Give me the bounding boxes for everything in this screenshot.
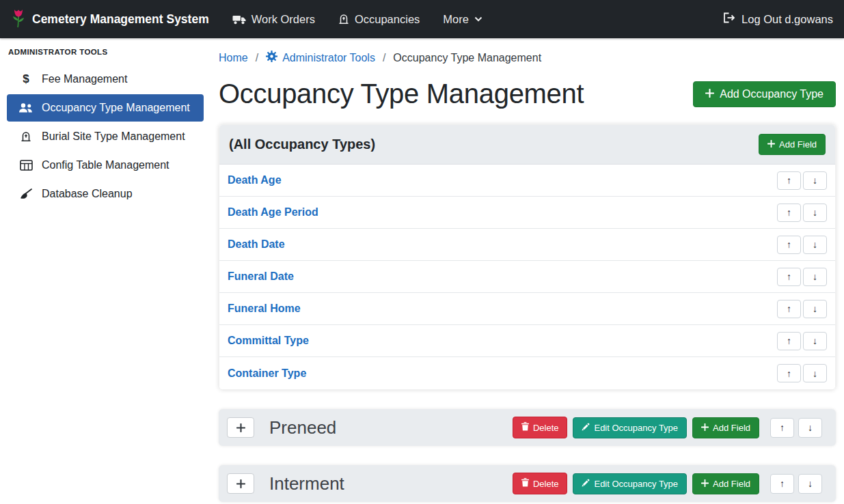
sidebar-item-label: Burial Site Type Management xyxy=(42,130,185,143)
reorder-controls: ↑ ↓ xyxy=(770,418,822,438)
edit-occupancy-type-button[interactable]: Edit Occupancy Type xyxy=(573,417,687,438)
plus-icon xyxy=(701,479,709,489)
reorder-controls: ↑ ↓ xyxy=(777,204,827,222)
move-down-button[interactable]: ↓ xyxy=(803,204,827,222)
dollar-icon: $ xyxy=(18,72,34,86)
all-occupancy-types-title: (All Occupancy Types) xyxy=(229,137,375,152)
sidebar-item-fee-management[interactable]: $ Fee Management xyxy=(7,66,204,93)
gear-icon xyxy=(266,51,277,65)
move-up-button[interactable]: ↑ xyxy=(770,418,794,438)
delete-label: Delete xyxy=(533,479,559,489)
move-up-button[interactable]: ↑ xyxy=(770,474,794,494)
main-content: Home / Administrator Tools / Occupa xyxy=(210,38,844,504)
move-down-button[interactable]: ↓ xyxy=(803,268,827,286)
field-row: Death Age Period ↑ ↓ xyxy=(219,197,835,229)
brand-link[interactable]: Cemetery Management System xyxy=(11,8,209,31)
sidebar-item-label: Config Table Management xyxy=(42,159,169,171)
trash-icon xyxy=(521,422,529,433)
sidebar-item-occupancy-type-management[interactable]: Occupancy Type Management xyxy=(7,94,204,122)
expand-section-button[interactable] xyxy=(227,473,254,494)
field-row: Committal Type ↑ ↓ xyxy=(219,325,835,357)
delete-button[interactable]: Delete xyxy=(513,473,568,494)
breadcrumb-separator: / xyxy=(383,52,385,64)
plus-icon xyxy=(701,423,709,433)
reorder-controls: ↑ ↓ xyxy=(777,364,827,382)
reorder-controls: ↑ ↓ xyxy=(777,300,827,318)
breadcrumb-admin-tools-label: Administrator Tools xyxy=(282,52,375,64)
headstone-icon xyxy=(18,131,34,142)
users-icon xyxy=(18,102,34,113)
breadcrumb-home-link[interactable]: Home xyxy=(219,52,248,64)
breadcrumb-current: Occupancy Type Management xyxy=(393,52,541,64)
move-down-button[interactable]: ↓ xyxy=(803,236,827,254)
move-down-button[interactable]: ↓ xyxy=(798,474,822,494)
field-row: Death Age ↑ ↓ xyxy=(219,165,835,197)
nav-item-occupancies[interactable]: Occupancies xyxy=(338,13,420,26)
move-up-button[interactable]: ↑ xyxy=(777,332,801,350)
nav-item-more[interactable]: More xyxy=(443,13,482,26)
move-down-button[interactable]: ↓ xyxy=(803,171,827,190)
sidebar-item-database-cleanup[interactable]: Database Cleanup xyxy=(7,180,204,208)
breadcrumb-admin-tools-link[interactable]: Administrator Tools xyxy=(266,51,375,65)
field-row: Container Type ↑ ↓ xyxy=(219,357,835,389)
trash-icon xyxy=(521,478,529,489)
logout-icon xyxy=(723,12,735,26)
sidebar: ADMINISTRATOR TOOLS $ Fee Management Occ… xyxy=(0,38,210,504)
delete-label: Delete xyxy=(533,423,559,433)
nav-item-work-orders[interactable]: Work Orders xyxy=(232,13,315,26)
sidebar-item-label: Fee Management xyxy=(42,73,127,85)
title-row: Occupancy Type Management Add Occupancy … xyxy=(219,79,836,109)
plus-icon xyxy=(705,88,714,100)
expand-section-button[interactable] xyxy=(227,417,254,438)
field-link-funeral-date[interactable]: Funeral Date xyxy=(228,270,294,283)
move-up-button[interactable]: ↑ xyxy=(777,171,801,190)
occupancy-type-section-interment: Interment Delete xyxy=(219,465,836,502)
reorder-controls: ↑ ↓ xyxy=(770,474,822,494)
section-title: Preneed xyxy=(269,417,336,438)
plus-icon xyxy=(767,139,775,150)
pencil-icon xyxy=(582,479,590,489)
field-link-container-type[interactable]: Container Type xyxy=(228,367,306,380)
edit-occupancy-type-button[interactable]: Edit Occupancy Type xyxy=(573,473,687,494)
sidebar-item-config-table-management[interactable]: Config Table Management xyxy=(7,152,204,179)
all-occupancy-types-header: (All Occupancy Types) Add Field xyxy=(219,125,835,165)
brand-label: Cemetery Management System xyxy=(32,12,209,27)
field-link-death-date[interactable]: Death Date xyxy=(228,238,285,251)
field-link-funeral-home[interactable]: Funeral Home xyxy=(228,303,301,315)
move-down-button[interactable]: ↓ xyxy=(803,300,827,318)
delete-button[interactable]: Delete xyxy=(513,417,568,438)
add-field-button[interactable]: Add Field xyxy=(692,417,759,438)
add-occupancy-type-label: Add Occupancy Type xyxy=(720,88,823,100)
move-down-button[interactable]: ↓ xyxy=(803,364,827,382)
sidebar-item-burial-site-type-management[interactable]: Burial Site Type Management xyxy=(7,123,204,150)
breadcrumb: Home / Administrator Tools / Occupa xyxy=(219,51,836,65)
sidebar-heading: ADMINISTRATOR TOOLS xyxy=(0,48,210,56)
move-up-button[interactable]: ↑ xyxy=(777,268,801,286)
add-field-label: Add Field xyxy=(713,423,750,433)
move-up-button[interactable]: ↑ xyxy=(777,300,801,318)
headstone-icon xyxy=(338,14,349,25)
reorder-controls: ↑ ↓ xyxy=(777,171,827,190)
field-link-death-age[interactable]: Death Age xyxy=(228,174,282,186)
move-up-button[interactable]: ↑ xyxy=(777,236,801,254)
field-link-death-age-period[interactable]: Death Age Period xyxy=(228,206,318,219)
pencil-icon xyxy=(582,423,590,433)
field-row: Funeral Home ↑ ↓ xyxy=(219,293,835,325)
logout-button[interactable]: Log Out d.gowans xyxy=(723,12,833,26)
reorder-controls: ↑ ↓ xyxy=(777,332,827,350)
broom-icon xyxy=(18,188,34,200)
move-up-button[interactable]: ↑ xyxy=(777,364,801,382)
breadcrumb-home-label: Home xyxy=(219,52,248,64)
field-link-committal-type[interactable]: Committal Type xyxy=(228,335,309,347)
all-occupancy-types-card: (All Occupancy Types) Add Field Death Ag… xyxy=(219,124,836,390)
occupancy-type-section-preneed: Preneed Delete xyxy=(219,409,836,446)
nav-item-label: More xyxy=(443,13,469,26)
sidebar-item-label: Occupancy Type Management xyxy=(42,102,190,114)
add-occupancy-type-button[interactable]: Add Occupancy Type xyxy=(693,81,836,107)
add-field-button[interactable]: Add Field xyxy=(692,473,759,494)
move-up-button[interactable]: ↑ xyxy=(777,204,801,222)
move-down-button[interactable]: ↓ xyxy=(798,418,822,438)
move-down-button[interactable]: ↓ xyxy=(803,332,827,350)
section-actions: Delete Edit Occupancy Type xyxy=(513,417,828,438)
add-field-button[interactable]: Add Field xyxy=(759,134,826,155)
